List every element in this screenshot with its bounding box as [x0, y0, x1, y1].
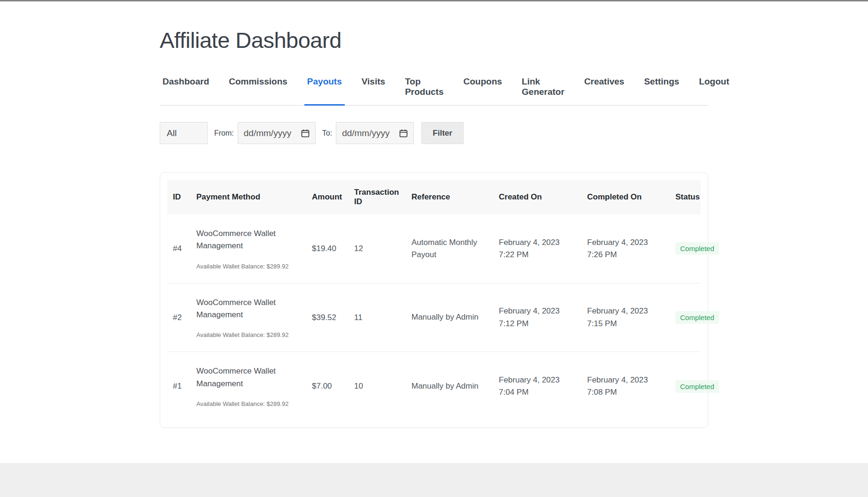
- completed-on-date: February 4, 2023 7:08 PM: [581, 352, 670, 421]
- wallet-balance-note: Available Wallet Balance: $289.92: [196, 263, 301, 270]
- payment-method-cell: WooCommerce Wallet Management Available …: [191, 283, 306, 352]
- to-date-input[interactable]: dd/mm/yyyy: [336, 122, 414, 144]
- tab-settings[interactable]: Settings: [641, 76, 682, 106]
- tab-dashboard[interactable]: Dashboard: [160, 76, 212, 106]
- from-date-placeholder: dd/mm/yyyy: [244, 128, 291, 138]
- main-content: Affiliate Dashboard Dashboard Commission…: [0, 1, 868, 463]
- tab-top-products[interactable]: Top Products: [402, 76, 446, 106]
- payment-method-name: WooCommerce Wallet Management: [196, 365, 301, 390]
- payout-amount: $39.52: [306, 283, 349, 352]
- to-date-placeholder: dd/mm/yyyy: [342, 128, 389, 138]
- status-cell: Completed: [670, 283, 701, 352]
- calendar-icon[interactable]: [301, 129, 310, 138]
- transaction-id: 12: [349, 214, 406, 283]
- payout-id: #1: [167, 352, 191, 421]
- payment-method-cell: WooCommerce Wallet Management Available …: [191, 214, 306, 283]
- completed-on-date: February 4, 2023 7:26 PM: [581, 214, 670, 283]
- col-header-completed-on: Completed On: [581, 180, 670, 214]
- payout-reference: Automatic Monthly Payout: [406, 214, 493, 283]
- calendar-icon[interactable]: [399, 129, 408, 138]
- tab-logout[interactable]: Logout: [696, 76, 732, 106]
- created-on-date: February 4, 2023 7:12 PM: [493, 283, 581, 352]
- tab-payouts[interactable]: Payouts: [304, 76, 345, 106]
- completed-on-date: February 4, 2023 7:15 PM: [581, 283, 670, 352]
- payout-reference: Manually by Admin: [406, 283, 493, 352]
- payout-filter-bar: All From: dd/mm/yyyy To: dd/mm/yyyy: [160, 122, 708, 144]
- wallet-balance-note: Available Wallet Balance: $289.92: [196, 400, 301, 407]
- payment-method-name: WooCommerce Wallet Management: [196, 228, 301, 252]
- col-header-transaction-id: Transaction ID: [349, 180, 406, 214]
- col-header-created-on: Created On: [493, 180, 581, 214]
- status-badge: Completed: [675, 242, 719, 255]
- table-row: #1 WooCommerce Wallet Management Availab…: [167, 352, 701, 421]
- tab-link-generator[interactable]: Link Generator: [519, 76, 567, 106]
- created-on-date: February 4, 2023 7:04 PM: [493, 352, 581, 421]
- tab-creatives[interactable]: Creatives: [581, 76, 628, 106]
- col-header-id: ID: [167, 180, 191, 214]
- col-header-payment-method: Payment Method: [191, 180, 306, 214]
- page-title: Affiliate Dashboard: [160, 27, 708, 53]
- wallet-balance-note: Available Wallet Balance: $289.92: [196, 331, 301, 338]
- col-header-status: Status: [670, 180, 701, 214]
- col-header-reference: Reference: [406, 180, 493, 214]
- payout-id: #2: [167, 283, 191, 352]
- status-filter-select[interactable]: All: [160, 122, 208, 144]
- payout-amount: $19.40: [306, 214, 349, 283]
- payout-amount: $7.00: [306, 352, 349, 421]
- payment-method-cell: WooCommerce Wallet Management Available …: [191, 352, 306, 421]
- table-header-row: ID Payment Method Amount Transaction ID …: [167, 180, 701, 214]
- table-row: #4 WooCommerce Wallet Management Availab…: [167, 214, 701, 283]
- status-filter-selected-value: All: [167, 128, 177, 138]
- transaction-id: 11: [349, 283, 406, 352]
- transaction-id: 10: [349, 352, 406, 421]
- status-badge: Completed: [675, 311, 719, 324]
- payouts-table: ID Payment Method Amount Transaction ID …: [167, 180, 701, 421]
- tab-visits[interactable]: Visits: [359, 76, 388, 106]
- col-header-amount: Amount: [306, 180, 349, 214]
- status-cell: Completed: [670, 352, 701, 421]
- page-footer: [0, 463, 868, 497]
- tab-commissions[interactable]: Commissions: [226, 76, 290, 106]
- to-date-label: To:: [322, 129, 332, 138]
- payment-method-name: WooCommerce Wallet Management: [196, 297, 301, 321]
- status-badge: Completed: [675, 380, 719, 393]
- from-date-label: From:: [214, 129, 234, 138]
- created-on-date: February 4, 2023 7:22 PM: [493, 214, 581, 283]
- table-row: #2 WooCommerce Wallet Management Availab…: [167, 283, 701, 352]
- payout-id: #4: [167, 214, 191, 283]
- dashboard-tabs: Dashboard Commissions Payouts Visits Top…: [160, 76, 708, 106]
- payout-reference: Manually by Admin: [406, 352, 493, 421]
- payouts-table-card: ID Payment Method Amount Transaction ID …: [160, 172, 708, 428]
- status-cell: Completed: [670, 214, 701, 283]
- from-date-input[interactable]: dd/mm/yyyy: [238, 122, 316, 144]
- tab-coupons[interactable]: Coupons: [460, 76, 504, 106]
- filter-button[interactable]: Filter: [421, 122, 464, 144]
